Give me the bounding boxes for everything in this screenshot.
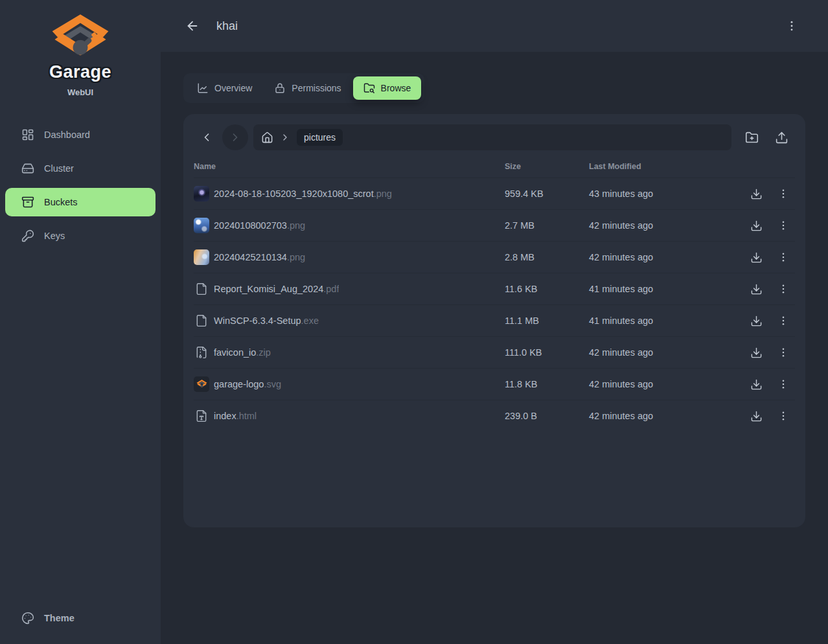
svg-thumbnail — [194, 376, 209, 392]
sidebar-spacer — [0, 250, 161, 604]
tab-overview[interactable]: Overview — [187, 76, 262, 100]
file-size: 239.0 B — [505, 411, 589, 421]
breadcrumb-folder[interactable]: pictures — [297, 129, 343, 146]
sidebar-nav: Dashboard Cluster Buckets Keys — [0, 121, 161, 250]
sidebar-item-dashboard[interactable]: Dashboard — [5, 121, 155, 149]
file-name-link[interactable]: WinSCP-6.3.4-Setup.exe — [214, 316, 319, 326]
file-modified: 41 minutes ago — [589, 284, 741, 294]
sidebar-item-cluster[interactable]: Cluster — [5, 154, 155, 183]
home-icon[interactable] — [261, 132, 273, 144]
file-modified: 42 minutes ago — [589, 347, 741, 358]
palette-icon — [21, 612, 34, 625]
table-header: Name Size Last Modified — [194, 150, 795, 178]
image-thumbnail — [194, 249, 209, 265]
file-row[interactable]: Report_Komisi_Aug_2024.pdf 11.6 KB 41 mi… — [194, 273, 795, 305]
row-menu-button[interactable] — [770, 309, 796, 332]
download-button[interactable] — [743, 373, 769, 396]
path-bar[interactable]: pictures — [253, 124, 731, 150]
sidebar: Garage WebUI Dashboard Cluster Buckets — [0, 0, 161, 644]
tab-permissions[interactable]: Permissions — [264, 76, 351, 100]
garage-webui-app: Garage WebUI Dashboard Cluster Buckets — [0, 0, 828, 644]
dashboard-icon — [21, 128, 34, 141]
image-thumbnail — [194, 186, 209, 201]
download-button[interactable] — [743, 214, 769, 237]
main-area: khai Overview Permissions — [161, 0, 828, 644]
download-button[interactable] — [743, 309, 769, 332]
file-table-body: 2024-08-18-105203_1920x1080_scrot.png 95… — [194, 178, 795, 431]
file-name-link[interactable]: Report_Komisi_Aug_2024.pdf — [214, 284, 339, 294]
download-button[interactable] — [743, 404, 769, 428]
file-row[interactable]: WinSCP-6.3.4-Setup.exe 11.1 MB 41 minute… — [194, 305, 795, 336]
app-name: Garage — [0, 62, 161, 82]
theme-toggle[interactable]: Theme — [5, 604, 155, 632]
file-name-link[interactable]: 20240425210134.png — [214, 252, 305, 262]
history-forward-button[interactable] — [222, 124, 248, 150]
download-button[interactable] — [743, 182, 769, 205]
page-menu-button[interactable] — [783, 17, 801, 35]
file-size: 111.0 KB — [505, 347, 589, 358]
zip-file-icon-glyph — [195, 346, 208, 359]
file-name-cell: favicon_io.zip — [194, 345, 505, 360]
browse-toolbar: pictures — [194, 124, 795, 150]
file-name-link[interactable]: garage-logo.svg — [214, 379, 281, 389]
file-name-cell: index.html — [194, 408, 505, 424]
new-folder-button[interactable] — [738, 124, 765, 150]
sidebar-item-keys[interactable]: Keys — [5, 222, 155, 250]
history-back-button[interactable] — [194, 124, 220, 150]
row-menu-button[interactable] — [770, 341, 796, 364]
row-menu-button[interactable] — [770, 277, 796, 301]
file-icon — [194, 313, 209, 328]
file-row[interactable]: garage-logo.svg 11.8 KB 42 minutes ago — [194, 368, 795, 400]
sidebar-item-label: Buckets — [44, 197, 78, 207]
file-row[interactable]: 2024-08-18-105203_1920x1080_scrot.png 95… — [194, 178, 795, 209]
buckets-icon — [21, 196, 34, 209]
upload-button[interactable] — [768, 124, 795, 150]
file-modified: 43 minutes ago — [589, 189, 741, 199]
sidebar-item-label: Dashboard — [44, 130, 90, 140]
download-button[interactable] — [743, 246, 769, 269]
file-modified: 42 minutes ago — [589, 220, 741, 231]
file-name-link[interactable]: favicon_io.zip — [214, 347, 271, 358]
file-name-link[interactable]: 2024-08-18-105203_1920x1080_scrot.png — [214, 189, 392, 199]
tab-label: Overview — [214, 83, 252, 93]
file-name-cell: 20240425210134.png — [194, 249, 505, 265]
cluster-icon — [21, 162, 34, 175]
html-file-icon-glyph — [195, 409, 208, 422]
file-row[interactable]: index.html 239.0 B 42 minutes ago — [194, 400, 795, 431]
file-size: 11.8 KB — [505, 379, 589, 389]
file-name-link[interactable]: 20240108002703.png — [214, 220, 305, 231]
row-menu-button[interactable] — [770, 214, 796, 237]
tab-label: Permissions — [292, 83, 341, 93]
page-title: khai — [216, 19, 238, 33]
file-icon — [194, 408, 209, 424]
keys-icon — [21, 229, 34, 242]
garage-logo — [51, 13, 110, 58]
file-row[interactable]: 20240108002703.png 2.7 MB 42 minutes ago — [194, 209, 795, 241]
row-menu-button[interactable] — [770, 404, 796, 428]
bucket-tabs: Overview Permissions Browse — [183, 73, 424, 103]
column-header-name: Name — [194, 162, 505, 171]
back-button[interactable] — [183, 16, 202, 36]
file-name-link[interactable]: index.html — [214, 411, 257, 421]
tab-label: Browse — [381, 83, 411, 93]
file-row[interactable]: favicon_io.zip 111.0 KB 42 minutes ago — [194, 336, 795, 368]
file-icon — [194, 186, 209, 201]
row-menu-button[interactable] — [770, 373, 796, 396]
sidebar-item-buckets[interactable]: Buckets — [5, 188, 155, 216]
file-icon — [194, 218, 209, 233]
file-size: 959.4 KB — [505, 189, 589, 199]
row-menu-button[interactable] — [770, 182, 796, 205]
file-modified: 41 minutes ago — [589, 316, 741, 326]
chart-line-icon — [197, 82, 209, 94]
row-menu-button[interactable] — [770, 246, 796, 269]
image-thumbnail — [194, 218, 209, 233]
sidebar-item-label: Keys — [44, 231, 65, 241]
file-row[interactable]: 20240425210134.png 2.8 MB 42 minutes ago — [194, 241, 795, 273]
download-button[interactable] — [743, 277, 769, 301]
sidebar-item-label: Cluster — [44, 163, 74, 174]
file-icon — [194, 249, 209, 265]
file-modified: 42 minutes ago — [589, 379, 741, 389]
download-button[interactable] — [743, 341, 769, 364]
file-size: 2.8 MB — [505, 252, 589, 262]
tab-browse[interactable]: Browse — [353, 76, 422, 100]
